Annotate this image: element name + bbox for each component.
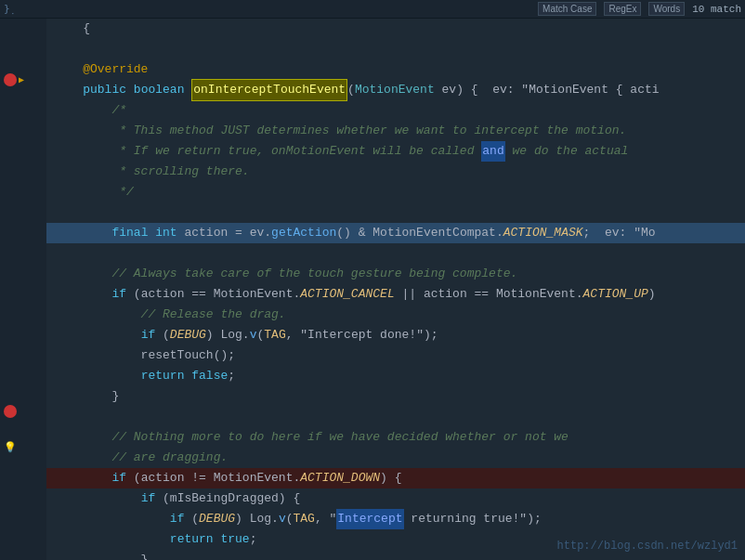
gutter-line-29	[0, 508, 46, 526]
token: /*	[54, 100, 126, 121]
gutter-line-16	[0, 280, 46, 298]
token: (action != MotionEvent.	[126, 468, 300, 488]
token: v	[279, 509, 286, 529]
code-line-23: if (action != MotionEvent. ACTION_DOWN )…	[46, 468, 745, 488]
gutter-line-14	[0, 246, 46, 264]
code-area: { @Override public boolean onInterceptTo…	[0, 19, 745, 560]
code-line-13: // Always take care of the touch gesture…	[46, 264, 745, 284]
gutter-line-8	[0, 141, 46, 159]
code-line-19: }	[46, 386, 745, 407]
token: , "Intercept done!");	[286, 325, 438, 345]
token: DEBUG	[199, 509, 235, 529]
token: if	[141, 325, 156, 345]
gutter-line-18	[0, 316, 46, 333]
token: final	[111, 223, 148, 243]
token: boolean	[134, 80, 185, 100]
gutter-line-1	[0, 19, 46, 36]
gutter-line-26	[0, 455, 46, 473]
regex-button[interactable]: RegEx	[604, 2, 641, 16]
code-line-9: */	[46, 182, 745, 202]
code-line-4: public boolean onInterceptTouchEvent ( M…	[46, 80, 745, 100]
gutter-line-12	[0, 211, 46, 228]
token: v	[250, 325, 257, 345]
code-line-7: * If we return true, onMotionEvent will …	[46, 141, 745, 162]
code-line-3: @Override	[46, 59, 745, 80]
gutter-line-6	[0, 106, 46, 124]
code-line-11: final int action = ev. getAction () & Mo…	[46, 223, 745, 243]
gutter-line-25	[0, 438, 46, 456]
token: MotionEvent	[355, 80, 435, 100]
token: )	[648, 284, 656, 305]
code-line-2	[46, 39, 745, 59]
token: // Always take care of the touch gesture…	[54, 264, 517, 284]
token: DEBUG	[170, 325, 206, 345]
code-line-24: if (mIsBeingDragged) {	[46, 488, 745, 509]
token: TAG	[264, 325, 285, 345]
match-case-button[interactable]: Match Case	[538, 2, 596, 16]
token-and-highlight: and	[481, 141, 504, 162]
token: }	[54, 386, 119, 407]
token: (action == MotionEvent.	[126, 284, 300, 305]
code-line-6: * This method JUST determines whether we…	[46, 121, 745, 141]
gutter-line-30	[0, 526, 46, 543]
token	[54, 80, 83, 100]
code-line-1: {	[46, 19, 745, 39]
code-line-14: if (action == MotionEvent. ACTION_CANCEL…	[46, 284, 745, 305]
token: ) Log.	[235, 509, 279, 529]
token: (	[184, 509, 199, 529]
token	[54, 223, 111, 243]
code-line-21: // Nothing more to do here if we have de…	[46, 427, 745, 448]
token: if	[111, 284, 126, 305]
token	[54, 366, 141, 386]
gutter-line-22	[0, 385, 46, 403]
gutter-line-9	[0, 159, 46, 176]
token: */	[54, 182, 134, 202]
editor-container: }̣ Match Case RegEx Words 10 match	[0, 0, 745, 560]
gutter-line-24	[0, 421, 46, 438]
token: {	[54, 19, 90, 39]
token: ) {	[380, 468, 401, 488]
code-line-20	[46, 407, 745, 427]
gutter-line-15	[0, 263, 46, 280]
gutter-line-2	[0, 36, 46, 54]
gutter-line-20	[0, 350, 46, 368]
token: getAction	[271, 223, 336, 243]
code-line-15: // Release the drag.	[46, 305, 745, 325]
code-line-22: // are dragging.	[46, 448, 745, 468]
token	[126, 80, 134, 100]
token: ;	[228, 366, 235, 386]
token: ACTION_DOWN	[300, 468, 380, 488]
token: (mIsBeingDragged) {	[155, 488, 300, 509]
token: ACTION_CANCEL	[300, 284, 394, 305]
gutter-line-17	[0, 298, 46, 316]
code-line-8: * scrolling there.	[46, 162, 745, 182]
token: (	[347, 80, 355, 100]
token: return	[141, 366, 185, 386]
code-content[interactable]: { @Override public boolean onInterceptTo…	[46, 19, 745, 560]
words-button[interactable]: Words	[648, 2, 685, 16]
token: ;	[250, 529, 257, 550]
top-bar-right: Match Case RegEx Words 10 match	[538, 2, 741, 16]
code-line-25: if ( DEBUG ) Log. v ( TAG , " Intercept …	[46, 509, 745, 529]
gutter-line-27	[0, 473, 46, 490]
gutter-line-5	[0, 88, 46, 106]
token: @Override	[54, 59, 148, 80]
code-line-5: /*	[46, 100, 745, 121]
token	[54, 468, 111, 488]
token: || action == MotionEvent.	[395, 284, 583, 305]
token: * This method JUST determines whether we…	[54, 121, 626, 141]
token: if	[170, 509, 185, 529]
gutter-line-3	[0, 54, 46, 72]
token: if	[111, 468, 126, 488]
code-line-10	[46, 202, 745, 223]
token: // Nothing more to do here if we have de…	[54, 427, 569, 448]
token	[54, 284, 111, 305]
token: * scrolling there.	[54, 162, 250, 182]
token: we do the actual	[505, 141, 629, 162]
gutter-line-21	[0, 368, 46, 385]
token: , "	[315, 509, 336, 529]
token: }	[54, 550, 148, 560]
token: action = ev.	[177, 223, 271, 243]
gutter-line-28	[0, 490, 46, 508]
token	[54, 488, 141, 509]
